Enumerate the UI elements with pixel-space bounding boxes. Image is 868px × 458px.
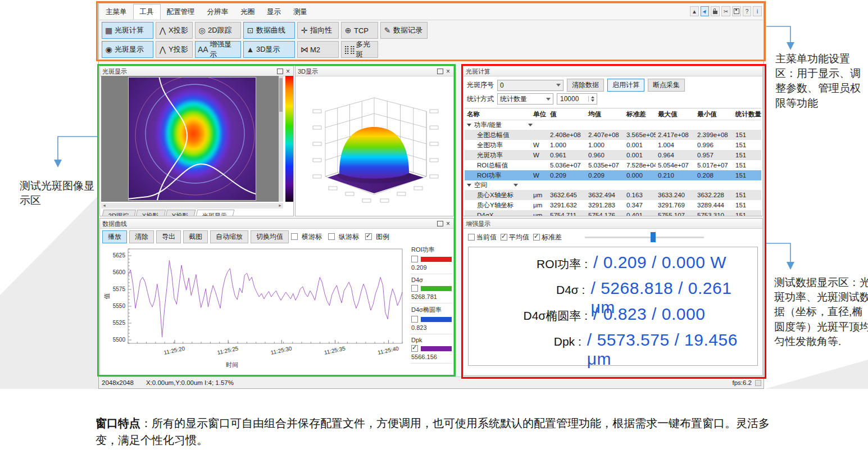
table-row[interactable]: 光斑功率W0.9610.9600.0010.9640.957151 bbox=[465, 150, 761, 160]
resize-grip[interactable] bbox=[755, 380, 761, 386]
legend-checkbox-Dpk[interactable] bbox=[411, 345, 418, 352]
footer-paragraph: 窗口特点：所有的显示窗口可自由组合并保存配置文件，方便调用，也可使用系统默认的配… bbox=[96, 415, 778, 448]
calc-button-启用计算[interactable]: 启用计算 bbox=[607, 79, 644, 92]
stat-count-spinner[interactable]: 10000 bbox=[557, 93, 597, 105]
help-button[interactable]: ? bbox=[743, 6, 752, 16]
curve-checkbox-横游标[interactable] bbox=[291, 233, 298, 240]
scroll-right-icon[interactable]: ► bbox=[278, 203, 282, 207]
float-icon[interactable] bbox=[277, 69, 283, 74]
table-row[interactable]: ROI总幅值5.036e+075.035e+077.528e+045.054e+… bbox=[465, 160, 761, 170]
beam-seq-select[interactable]: 0 bbox=[497, 80, 563, 91]
tab-2D跟踪[interactable]: 2D跟踪 bbox=[101, 210, 136, 216]
toolbar-button-增强显示[interactable]: AA增强显示 bbox=[195, 41, 241, 58]
filter-icon[interactable] bbox=[528, 124, 533, 126]
curve-button-导出[interactable]: 导出 bbox=[156, 230, 181, 243]
horizontal-scrollbar[interactable]: ◄ ► bbox=[101, 203, 283, 208]
float-icon[interactable] bbox=[437, 221, 443, 226]
column-header[interactable]: 最大值 bbox=[656, 110, 695, 119]
curve-button-截图[interactable]: 截图 bbox=[183, 230, 208, 243]
curve-checkbox-纵游标[interactable] bbox=[328, 233, 335, 240]
tab-X投影[interactable]: X投影 bbox=[135, 210, 166, 216]
enhanced-checkbox-标准差[interactable] bbox=[533, 234, 540, 241]
toolbar-button-M2[interactable]: ⋈M2 bbox=[297, 41, 339, 58]
table-row[interactable]: D4σXμm5754.7115754.1760.4015755.1075753.… bbox=[465, 210, 761, 216]
toolbar-button-TCP[interactable]: ⊕TCP bbox=[341, 22, 378, 39]
table-cell: 0.163 bbox=[624, 192, 656, 198]
toolbar-button-X投影[interactable]: ⋀X投影 bbox=[156, 22, 193, 39]
menu-item-工具[interactable]: 工具 bbox=[133, 4, 161, 20]
column-header[interactable]: 名称 bbox=[465, 110, 531, 119]
calc-button-清除数据[interactable]: 清除数据 bbox=[567, 79, 604, 92]
enhanced-value: / 0.209 / 0.000 W bbox=[593, 253, 726, 272]
tab-Y投影[interactable]: Y投影 bbox=[165, 210, 196, 216]
close-icon[interactable]: × bbox=[446, 69, 450, 74]
info-button[interactable]: i bbox=[753, 6, 762, 16]
toolbar-button-光斑显示[interactable]: ◉光斑显示 bbox=[102, 41, 153, 58]
svg-text:值: 值 bbox=[103, 293, 110, 300]
toolbar-button-2D跟踪[interactable]: ◎2D跟踪 bbox=[195, 22, 241, 39]
vertical-scrollbar[interactable] bbox=[279, 76, 283, 202]
column-header[interactable]: 单位 bbox=[531, 110, 548, 119]
filter-icon[interactable] bbox=[513, 184, 518, 187]
table-group-row[interactable]: 功率/能量 bbox=[465, 120, 761, 130]
legend-checkbox-D4σ[interactable] bbox=[411, 285, 418, 292]
toolbar-button-多光斑[interactable]: ⣿⣿多光斑 bbox=[341, 41, 378, 58]
expand-icon[interactable] bbox=[467, 184, 471, 187]
menu-item-光圈[interactable]: 光圈 bbox=[234, 4, 261, 19]
menu-item-显示[interactable]: 显示 bbox=[261, 4, 287, 19]
curve-button-自动缩放[interactable]: 自动缩放 bbox=[210, 230, 248, 243]
menu-item-配置管理[interactable]: 配置管理 bbox=[161, 4, 201, 19]
toolbar-button-数据曲线[interactable]: ⊡数据曲线 bbox=[243, 22, 295, 39]
slider-handle[interactable] bbox=[651, 232, 656, 242]
tab-光斑显示[interactable]: 光斑显示 bbox=[195, 210, 234, 216]
table-row[interactable]: 全图功率W1.0001.0000.0011.0040.996151 bbox=[465, 140, 761, 150]
font-size-slider[interactable] bbox=[585, 237, 704, 238]
toolbar-button-光斑计算[interactable]: ▦光斑计算 bbox=[102, 22, 153, 39]
table-row[interactable]: 质心X轴坐标μm3632.6453632.4940.1633633.240363… bbox=[465, 190, 761, 200]
column-header[interactable]: 标准差 bbox=[624, 110, 656, 119]
column-header[interactable]: 最小值 bbox=[695, 110, 733, 119]
curve-toolbar: 播放清除导出截图自动缩放切换均值横游标纵游标图例 bbox=[102, 230, 393, 243]
svg-text:5600: 5600 bbox=[113, 269, 126, 275]
close-icon[interactable]: × bbox=[286, 69, 290, 74]
enhanced-checkbox-平均值[interactable] bbox=[501, 234, 507, 241]
menu-item-分辨率[interactable]: 分辨率 bbox=[201, 4, 235, 19]
table-cell: 2.417e+08 bbox=[656, 131, 695, 138]
spin-up-icon[interactable] bbox=[591, 96, 594, 98]
cursor-readout: X:0.00um,Y:0.00um I:4; 1.57% bbox=[146, 379, 234, 386]
table-row[interactable]: ROI功率W0.2090.2090.0000.2100.208151 bbox=[465, 170, 761, 180]
toolbar-button-3D显示[interactable]: ▲3D显示 bbox=[243, 41, 295, 58]
toolbar-button-Y投影[interactable]: ⋀Y投影 bbox=[156, 41, 193, 58]
table-row[interactable]: 全图总幅值2.408e+082.407e+083.565e+052.417e+0… bbox=[465, 130, 761, 140]
toolbar-button-指向性[interactable]: ✛指向性 bbox=[297, 22, 339, 39]
legend-checkbox-D4σ椭圆率[interactable] bbox=[411, 316, 418, 323]
calc-button-断点采集[interactable]: 断点采集 bbox=[648, 79, 685, 92]
lock-button[interactable] bbox=[711, 6, 720, 16]
legend-checkbox-ROI功率[interactable] bbox=[411, 256, 418, 262]
collapse-button[interactable]: ▲ bbox=[690, 6, 699, 16]
column-header[interactable]: 统计数量 bbox=[733, 110, 761, 119]
column-header[interactable]: 均值 bbox=[586, 110, 624, 119]
column-header[interactable]: 值 bbox=[548, 110, 586, 119]
enhanced-value: / 5573.575 / 19.456 μm bbox=[587, 330, 757, 369]
table-group-row[interactable]: 空间 bbox=[465, 180, 761, 190]
menu-item-主菜单[interactable]: 主菜单 bbox=[99, 4, 133, 19]
menu-item-测量[interactable]: 测量 bbox=[287, 4, 313, 19]
curve-button-播放[interactable]: 播放 bbox=[102, 230, 127, 243]
expand-icon[interactable] bbox=[467, 124, 471, 126]
toolbar-button-数据记录[interactable]: ✎数据记录 bbox=[380, 22, 428, 39]
float-icon[interactable] bbox=[437, 69, 443, 74]
table-cell: 151 bbox=[733, 202, 761, 208]
enhanced-checkbox-当前值[interactable] bbox=[468, 234, 475, 241]
spin-down-icon[interactable] bbox=[591, 99, 594, 102]
table-row[interactable]: 质心Y轴坐标μm3291.6323291.2830.3473291.769328… bbox=[465, 200, 761, 210]
save-button[interactable] bbox=[732, 6, 741, 16]
pin-button[interactable]: ➤ bbox=[701, 6, 710, 16]
curve-checkbox-图例[interactable] bbox=[365, 233, 372, 240]
stat-mode-select[interactable]: 统计数量 bbox=[497, 93, 553, 105]
toolbar-row-2: ◉光斑显示⋀Y投影AA增强显示▲3D显示⋈M2⣿⣿多光斑 bbox=[102, 41, 428, 58]
cut-button[interactable]: ✂ bbox=[721, 6, 730, 16]
curve-button-切换均值[interactable]: 切换均值 bbox=[251, 230, 289, 243]
curve-button-清除[interactable]: 清除 bbox=[129, 230, 154, 243]
close-icon[interactable]: × bbox=[446, 221, 450, 226]
